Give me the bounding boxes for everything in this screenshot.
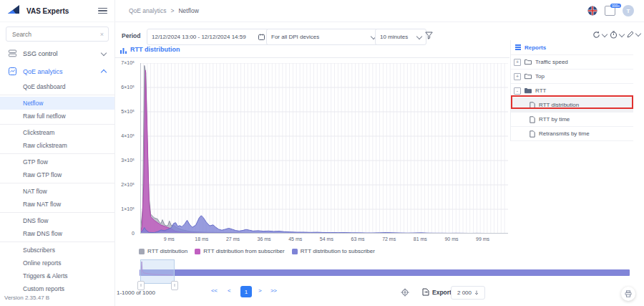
sidebar-item-ssg-control[interactable]: SSG control — [0, 44, 114, 62]
next-page-button[interactable]: > — [258, 287, 261, 294]
sidebar-item-subscribers[interactable]: Subscribers — [0, 244, 114, 257]
divider — [0, 95, 114, 95]
refresh-icon — [592, 31, 600, 39]
sidebar-item-raw-full-netflow[interactable]: Raw full netflow — [0, 110, 114, 123]
sidebar-item-qoe-dashboard[interactable]: QoE dashboard — [0, 80, 114, 93]
report-file-icon — [530, 116, 535, 123]
x-tick-label: 90 ms — [444, 236, 458, 242]
tree-item-retransmits-by-time[interactable]: Retransmits by time — [511, 127, 633, 141]
search-clear-icon[interactable]: × — [100, 31, 104, 38]
sidebar-item-netflow[interactable]: Netflow — [0, 97, 114, 110]
tree-item-rtt[interactable]: - RTT — [511, 84, 633, 98]
rtt-chart-plot[interactable] — [140, 63, 508, 234]
first-page-button[interactable]: << — [211, 287, 217, 294]
brand-name: VAS Experts — [26, 7, 93, 15]
sidebar-item-custom-reports[interactable]: Custom reports — [0, 282, 114, 295]
tree-item-rtt-by-time[interactable]: RTT by time — [511, 113, 633, 127]
chevron-down-icon — [602, 31, 608, 37]
last-page-button[interactable]: >> — [270, 287, 276, 294]
avatar[interactable]: T — [623, 5, 634, 16]
tree-item-traffic-speed[interactable]: + Traffic speed — [511, 55, 633, 70]
divider — [0, 212, 114, 213]
reports-panel: Reports + Traffic speed + Top - RTT — [510, 40, 633, 141]
sidebar-item-raw-dns-flow[interactable]: Raw DNS flow — [0, 227, 114, 240]
sidebar-item-dns-flow[interactable]: DNS flow — [0, 214, 114, 227]
notification-badge: 999+ — [610, 4, 621, 8]
folder-icon — [525, 73, 532, 80]
chevron-up-icon — [101, 70, 107, 75]
expand-icon[interactable]: + — [514, 59, 521, 66]
tree-item-top[interactable]: + Top — [511, 70, 633, 84]
x-tick-label: 18 ms — [195, 236, 208, 242]
sidebar-item-qoe-analytics[interactable]: QoE analytics — [0, 62, 114, 80]
range-navigator-bar[interactable] — [140, 269, 630, 276]
print-button[interactable] — [621, 287, 635, 301]
breadcrumb-current: Netflow — [178, 7, 198, 14]
x-tick-label: 45 ms — [288, 236, 302, 242]
printer-icon — [625, 290, 632, 297]
interval-select[interactable]: 10 minutes — [375, 29, 426, 45]
navigator-selection[interactable] — [140, 259, 175, 284]
legend-item-rtt-distribution[interactable]: RTT distribution — [139, 248, 187, 254]
chevron-down-icon — [101, 49, 107, 55]
filter-funnel-icon[interactable] — [425, 32, 433, 39]
list-icon — [515, 44, 521, 49]
collapse-icon[interactable]: - — [514, 87, 521, 95]
y-tick-label: 2×10⁵ — [121, 182, 135, 187]
y-tick-label: 5×10⁵ — [121, 109, 135, 114]
version-label: Version 2.35.47 B — [4, 295, 49, 301]
sidebar-item-raw-gtp-flow[interactable]: Raw GTP flow — [0, 168, 114, 181]
legend-label: RTT distribution from subscriber — [203, 248, 285, 254]
notifications-icon[interactable]: 999+ — [605, 6, 615, 16]
prev-page-button[interactable]: < — [228, 287, 230, 294]
report-file-icon — [530, 102, 535, 109]
language-flag-icon[interactable] — [587, 6, 597, 16]
auto-update-control[interactable] — [610, 31, 624, 39]
sidebar-item-label: SSG control — [23, 50, 95, 57]
dpi-device-value: For all DPI devices — [271, 34, 368, 40]
sidebar-submenu: QoE dashboard Netflow Raw full netflow C… — [0, 80, 114, 295]
sidebar-item-gtp-flow[interactable]: GTP flow — [0, 156, 114, 168]
chevron-down-icon — [635, 31, 641, 37]
page-size-select[interactable]: 2 000 — [451, 286, 485, 300]
y-tick-label: 0 — [132, 231, 135, 236]
reports-panel-title: Reports — [525, 44, 546, 51]
edit-view-control[interactable] — [627, 31, 640, 38]
expand-icon[interactable]: + — [514, 73, 521, 80]
calendar-icon — [258, 34, 265, 40]
search-input[interactable] — [11, 30, 100, 39]
breadcrumb-separator: > — [170, 7, 174, 14]
dpi-device-select[interactable]: For all DPI devices — [266, 29, 381, 45]
chart-title: RTT distribution — [130, 46, 180, 53]
navigator-handle-right[interactable] — [171, 281, 178, 290]
clock-icon — [610, 31, 618, 39]
legend-item-rtt-from-subscriber[interactable]: RTT distribution from subscriber — [195, 248, 285, 254]
current-page-button[interactable]: 1 — [240, 286, 252, 297]
sidebar-item-clickstream[interactable]: Clickstream — [0, 126, 114, 139]
y-tick-label: 4×10⁵ — [121, 133, 135, 138]
legend-item-rtt-to-subscriber[interactable]: RTT distribution to subscriber — [292, 248, 375, 254]
tree-item-label: Traffic speed — [535, 59, 568, 65]
divider — [0, 242, 114, 242]
sidebar-item-nat-flow[interactable]: NAT flow — [0, 185, 114, 198]
breadcrumb-parent[interactable]: QoE analytics — [129, 7, 166, 14]
export-button[interactable]: Export — [422, 288, 452, 296]
sidebar-item-raw-clickstream[interactable]: Raw clickstream — [0, 139, 114, 152]
refresh-control[interactable] — [592, 31, 607, 39]
period-input[interactable]: 12/12/2024 13:00 - 12/12/2024 14:59 — [147, 29, 270, 45]
server-icon — [9, 49, 16, 57]
sidebar-item-online-reports[interactable]: Online reports — [0, 257, 114, 269]
tree-item-rtt-distribution[interactable]: RTT distribution — [511, 98, 633, 113]
y-axis-labels: 01×10⁵2×10⁵3×10⁵4×10⁵5×10⁵6×10⁵7×10⁵ — [112, 63, 137, 234]
x-tick-label: 81 ms — [414, 236, 427, 242]
sidebar-item-raw-nat-flow[interactable]: Raw NAT flow — [0, 198, 114, 211]
sidebar-item-triggers-alerts[interactable]: Triggers & Alerts — [0, 269, 114, 282]
divider — [0, 183, 114, 183]
avatar-initial: T — [627, 8, 630, 14]
reports-panel-header: Reports — [511, 40, 633, 55]
header-icons: 999+ T — [587, 5, 634, 16]
hamburger-menu-icon[interactable] — [98, 8, 107, 14]
sidebar-item-label: QoE analytics — [23, 68, 95, 75]
table-settings-gear-icon[interactable] — [401, 288, 409, 297]
x-axis-labels: 9 ms18 ms27 ms36 ms45 ms54 ms63 ms72 ms8… — [140, 236, 508, 244]
